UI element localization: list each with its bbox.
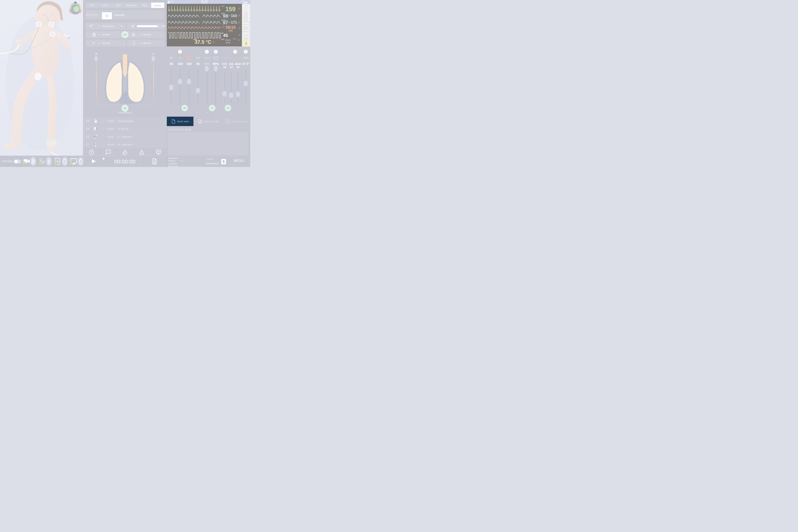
play-cry-icon[interactable]: ▶	[121, 24, 123, 27]
nibp-mad-slider-knob[interactable]	[236, 91, 240, 97]
nibp-mad-slider-track[interactable]	[238, 72, 238, 103]
spo2post-slider-track[interactable]	[215, 66, 216, 105]
nibp-dia-slider-track[interactable]	[231, 72, 232, 103]
spo2post-timer[interactable]: 5	[211, 112, 220, 114]
menu-label: Start/Standby...	[242, 31, 250, 33]
spo2post-slider-knob[interactable]	[214, 66, 218, 72]
compliance-left-track[interactable]	[153, 62, 154, 99]
star-icon[interactable]: ☆	[99, 126, 108, 131]
log-file-icon[interactable]	[152, 158, 157, 164]
bowel-sound-select[interactable]: ▼ Normal	[127, 40, 164, 46]
temp-slider-knob[interactable]	[244, 81, 248, 86]
temp-timer[interactable]: 5	[243, 112, 250, 114]
monitor-menu-startstandby[interactable]: Start/Standby...	[243, 30, 250, 33]
af-timer[interactable]: 5	[167, 112, 176, 114]
monitor-menu-notfall[interactable]: Notfall	[243, 4, 250, 8]
tab-rds[interactable]: RDS	[86, 3, 99, 8]
compliance-right-knob[interactable]	[94, 56, 98, 61]
lung-left-sound-select[interactable]: ▼ Normal	[86, 31, 126, 38]
nibp-enabled-checkbox[interactable]: ✓	[225, 50, 229, 54]
event-row[interactable]: 12 ART ☆ 00:00 (L. Upperarm)	[83, 133, 167, 140]
monitor-menu-alarmpause[interactable]: Alarmpause	[243, 23, 250, 26]
tab-bpd[interactable]: BPD	[99, 3, 112, 8]
co2-timer[interactable]: 5	[193, 112, 202, 114]
compliance-left-knob[interactable]	[151, 56, 155, 61]
monitor-menu-kurven-stoppen[interactable]: Kurven stoppen	[243, 12, 250, 15]
tab-apnoe[interactable]: Apnoe	[151, 3, 164, 8]
szenario-leeren-button[interactable]: Szenario Leeren	[222, 117, 250, 126]
event-index: 13	[86, 127, 92, 131]
comment-button[interactable]	[100, 148, 116, 156]
hf-timer[interactable]: 5	[176, 112, 185, 114]
nibp-link-toggle[interactable]	[225, 105, 231, 111]
event-row[interactable]: 11 ☆ 00:00 (R. Upperarm)	[83, 141, 167, 148]
hf-nabelpuls-link-toggle[interactable]	[182, 105, 188, 111]
volume-slider-knob[interactable]	[157, 24, 162, 28]
event-time: 00:00	[108, 128, 116, 130]
heart-sound-select[interactable]: ♥ ▼ Normal	[86, 40, 126, 46]
nabelpuls-slider-knob[interactable]	[187, 79, 191, 84]
monitor-view-button[interactable]	[150, 148, 167, 156]
szenario-liste-button[interactable]: Szenario-Liste	[193, 117, 222, 126]
bowel-sound-value: Normal	[143, 42, 151, 44]
touch-icon	[92, 119, 99, 123]
lung-link-toggle[interactable]	[121, 31, 129, 38]
temp-slider-track[interactable]	[245, 69, 246, 105]
spo2-timer[interactable]: 5	[202, 112, 211, 114]
temp-enabled-checkbox[interactable]: ✓	[244, 50, 248, 54]
lung-right-sound-select[interactable]: ▼ Normal	[127, 31, 164, 38]
monitor-menu-systemkonfiguration[interactable]: System-konfiguration...	[243, 26, 250, 30]
co2-slider-knob[interactable]	[196, 88, 200, 94]
compliance-link-toggle[interactable]	[121, 105, 129, 112]
compliance-right-track[interactable]	[96, 62, 97, 99]
spo2-slider-track[interactable]	[207, 66, 207, 105]
monitor-menu-hauptbild[interactable]: Hauptbild	[243, 34, 250, 37]
help-button[interactable]: ?	[83, 148, 100, 156]
spo2post-enabled-checkbox[interactable]: ✓	[214, 50, 218, 54]
monitor-menu-alarme[interactable]: Alarme...	[243, 8, 250, 11]
art-enabled-checkbox[interactable]: ✓	[233, 50, 237, 54]
nabelpuls-timer[interactable]: 5	[185, 112, 193, 114]
cry-sound-select[interactable]: ▼ Normal Cry ▶	[86, 23, 126, 30]
alarm-off-icon	[238, 15, 240, 16]
af-slider-knob[interactable]	[169, 84, 173, 90]
co2-enabled-checkbox[interactable]: ✓	[196, 50, 200, 54]
star-icon[interactable]: ☆	[99, 134, 108, 139]
hf-slider-track[interactable]	[180, 69, 180, 105]
co2-slider-track[interactable]	[197, 69, 198, 105]
nibp-dia-slider-knob[interactable]	[229, 92, 233, 98]
feedback-positive-button[interactable]	[116, 148, 133, 156]
spo2-percent-link-toggle[interactable]	[209, 105, 215, 111]
quick-save-button[interactable]: Quick save ...	[167, 117, 193, 126]
monitor-menu-sensorparameter[interactable]: Sensor-parameter...	[243, 16, 250, 19]
nibp-timer[interactable]: 5	[227, 112, 236, 114]
nibp-sys-slider-knob[interactable]	[223, 91, 227, 97]
menu-button[interactable]: MENU	[228, 158, 250, 163]
monitor-menu-feedback-monitor[interactable]: Feedback Monitor	[243, 38, 250, 41]
apnoe-seconds-input[interactable]	[102, 12, 112, 19]
tab-distension[interactable]: Distension	[125, 3, 138, 8]
volume-slider-track[interactable]	[137, 25, 160, 27]
spo2-slider-knob[interactable]	[205, 66, 209, 72]
preset-label: Preset:	[206, 158, 213, 160]
play-button[interactable]: ▶	[92, 158, 96, 164]
nibp-sys-slider-track[interactable]	[224, 72, 225, 103]
standby-toggle[interactable]	[14, 159, 21, 164]
event-row[interactable]: 13 ☆ 00:00 25 mm Hg	[83, 125, 167, 132]
star-icon[interactable]: ☆	[99, 142, 108, 147]
szenario-liste-label: Szenario-Liste	[204, 120, 219, 123]
event-row[interactable]: 14 ☆ 00:00 Umbilical pulse	[83, 117, 167, 125]
nabelpuls-slider-track[interactable]	[189, 69, 189, 105]
tab-pnx[interactable]: PNX	[138, 3, 151, 8]
spo2-enabled-checkbox[interactable]: ✓	[205, 50, 209, 54]
tab-nec[interactable]: NEC	[112, 3, 125, 8]
mute-icon[interactable]	[131, 24, 135, 28]
hf-slider-knob[interactable]	[178, 79, 182, 84]
preset-settings-button[interactable]	[221, 159, 226, 164]
hf-enabled-checkbox[interactable]: ✓	[178, 50, 182, 54]
alert-button[interactable]	[133, 148, 150, 156]
alarm-silence-button[interactable]	[243, 41, 249, 46]
monitor-menu-nibp-startstopp[interactable]: NIBP Start/Stopp	[243, 19, 250, 22]
star-icon[interactable]: ☆	[99, 118, 108, 124]
nibp-dia-label: DIA	[227, 63, 235, 65]
